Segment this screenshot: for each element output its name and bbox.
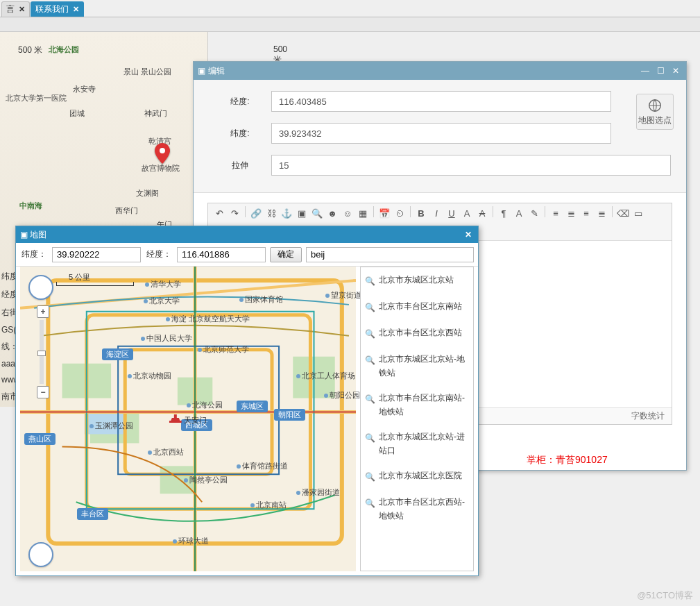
zoom-track[interactable] bbox=[40, 320, 44, 384]
zoom-in-button[interactable]: + bbox=[37, 305, 49, 318]
zoom-handle[interactable] bbox=[37, 351, 46, 356]
poi: 玉渊潭公园 bbox=[89, 421, 133, 431]
lat-field[interactable] bbox=[52, 247, 141, 262]
scale-label: 500 米 bbox=[18, 44, 42, 56]
image-icon[interactable]: ▣ bbox=[295, 206, 309, 220]
svg-point-0 bbox=[160, 148, 165, 153]
center-poi-label: 天安门 bbox=[184, 416, 207, 424]
map-label: 神武门 bbox=[144, 108, 167, 119]
map-label: 永安寺 bbox=[73, 84, 96, 94]
map-label: 中南海 bbox=[19, 201, 42, 211]
autocomplete-item[interactable]: 🔍北京市东城区北京站 bbox=[361, 267, 473, 294]
district-tag[interactable]: 东城区 bbox=[237, 401, 268, 412]
font-icon[interactable]: A bbox=[460, 206, 474, 220]
close-icon[interactable]: ✕ bbox=[73, 5, 79, 14]
app-icon[interactable]: ▦ bbox=[356, 206, 370, 220]
tab-inactive[interactable]: 言 ✕ bbox=[1, 1, 30, 17]
close-icon[interactable]: ✕ bbox=[19, 5, 25, 14]
map-canvas[interactable]: 5 公里 + − 海淀区 西城区 东城区 朝阳区 丰台区 燕山区 清华大学 北京… bbox=[20, 267, 356, 571]
window-icon: ▣ bbox=[198, 66, 205, 76]
align-right-icon[interactable]: ≡ bbox=[579, 206, 593, 220]
confirm-button[interactable]: 确定 bbox=[270, 247, 302, 262]
lat-field[interactable] bbox=[271, 123, 611, 144]
autocomplete-item[interactable]: 🔍北京市丰台区北京西站 bbox=[361, 320, 473, 346]
emoji-icon[interactable]: ☻ bbox=[325, 206, 339, 220]
autocomplete-label: 北京市丰台区北京西站-地铁站 bbox=[379, 495, 468, 523]
lng-field[interactable] bbox=[271, 91, 611, 112]
bold-icon[interactable]: B bbox=[414, 206, 428, 220]
textcolor-icon[interactable]: A bbox=[512, 206, 526, 220]
time-icon[interactable]: ⏲ bbox=[393, 206, 407, 220]
unlink-icon[interactable]: ⛓ bbox=[264, 206, 278, 220]
poi: 潘家园街道 bbox=[296, 487, 340, 498]
separator bbox=[493, 206, 493, 217]
map-pick-button[interactable]: 地图选点 bbox=[636, 94, 674, 130]
align-left-icon[interactable]: ≡ bbox=[549, 206, 563, 220]
search-icon: 🔍 bbox=[365, 496, 376, 510]
search-icon: 🔍 bbox=[365, 274, 376, 288]
fullscreen-icon[interactable]: ▭ bbox=[631, 206, 645, 220]
zoom-icon[interactable]: 🔍 bbox=[310, 206, 324, 220]
poi: 中国人民大学 bbox=[141, 333, 192, 344]
search-icon: 🔍 bbox=[365, 353, 376, 367]
poi: 北京工人体育场 bbox=[296, 371, 355, 381]
map-marker-icon bbox=[155, 143, 170, 166]
poi: 国家体育馆 bbox=[239, 294, 283, 305]
district-tag[interactable]: 朝阳区 bbox=[274, 409, 305, 421]
search-icon: 🔍 bbox=[365, 392, 376, 406]
separator bbox=[545, 206, 545, 217]
redo-icon[interactable]: ↷ bbox=[228, 206, 241, 220]
autocomplete-label: 北京市东城区北京站-地铁站 bbox=[379, 352, 468, 380]
underline-icon[interactable]: U bbox=[445, 206, 459, 220]
align-center-icon[interactable]: ≣ bbox=[564, 206, 578, 220]
search-input[interactable] bbox=[306, 247, 474, 262]
dialog-titlebar[interactable]: ▣ 编辑 — ☐ ✕ bbox=[194, 62, 686, 80]
anchor-icon[interactable]: ⚓ bbox=[280, 206, 293, 220]
link-icon[interactable]: 🔗 bbox=[249, 206, 263, 220]
autocomplete-item[interactable]: 🔍北京市丰台区北京南站 bbox=[361, 294, 473, 320]
dialog-titlebar[interactable]: ▣ 地图 ✕ bbox=[16, 226, 478, 243]
window-icon: ▣ bbox=[20, 230, 28, 239]
format-icon[interactable]: ¶ bbox=[497, 206, 511, 220]
highlight-icon[interactable]: ✎ bbox=[527, 206, 541, 220]
strike-icon[interactable]: A bbox=[475, 206, 489, 220]
district-tag[interactable]: 丰台区 bbox=[77, 508, 108, 520]
date-icon[interactable]: 📅 bbox=[377, 206, 391, 220]
lat-label: 纬度: bbox=[209, 128, 271, 140]
autocomplete-label: 北京市丰台区北京南站 bbox=[379, 299, 462, 313]
poi: 北海公园 bbox=[187, 400, 223, 410]
close-icon[interactable]: ✕ bbox=[669, 65, 682, 76]
smiley-icon[interactable]: ☺ bbox=[341, 206, 355, 220]
poi: 北京师范大学 bbox=[198, 344, 249, 355]
pan-control[interactable] bbox=[28, 542, 53, 567]
lng-field[interactable] bbox=[177, 247, 266, 262]
autocomplete-item[interactable]: 🔍北京市东城区北京站-地铁站 bbox=[361, 346, 473, 385]
autocomplete-item[interactable]: 🔍北京市丰台区北京南站-地铁站 bbox=[361, 385, 473, 424]
autocomplete-item[interactable]: 🔍北京市丰台区北京西站-地铁站 bbox=[361, 489, 473, 528]
lng-label: 经度: bbox=[209, 96, 271, 108]
autocomplete-item[interactable]: 🔍北京市东城区北京医院 bbox=[361, 463, 473, 489]
district-tag[interactable]: 海淀区 bbox=[102, 348, 133, 360]
word-count-link[interactable]: 字数统计 bbox=[631, 410, 665, 422]
zoom-control[interactable]: + − bbox=[37, 305, 46, 397]
district-tag[interactable]: 燕山区 bbox=[24, 433, 56, 445]
close-icon[interactable]: ✕ bbox=[463, 229, 474, 240]
search-icon: 🔍 bbox=[365, 301, 376, 314]
pan-control[interactable] bbox=[28, 275, 53, 300]
poi: 陶然亭公园 bbox=[184, 475, 228, 485]
autocomplete-item[interactable]: 🔍北京市东城区北京站-进站口 bbox=[361, 424, 473, 463]
align-justify-icon[interactable]: ≣ bbox=[595, 206, 608, 220]
zoom-out-button[interactable]: − bbox=[37, 386, 49, 398]
tab-active[interactable]: 联系我们 ✕ bbox=[31, 1, 84, 17]
zoom-field[interactable] bbox=[271, 155, 671, 176]
maximize-icon[interactable]: ☐ bbox=[654, 65, 667, 76]
undo-icon[interactable]: ↶ bbox=[212, 206, 226, 220]
eraser-icon[interactable]: ⌫ bbox=[616, 206, 630, 220]
separator bbox=[245, 206, 246, 217]
autocomplete-list: 🔍北京市东城区北京站🔍北京市丰台区北京南站🔍北京市丰台区北京西站🔍北京市东城区北… bbox=[360, 267, 474, 571]
minimize-icon[interactable]: — bbox=[639, 65, 651, 76]
search-icon: 🔍 bbox=[365, 470, 376, 484]
autocomplete-label: 北京市丰台区北京西站 bbox=[379, 326, 462, 339]
tab-label: 言 bbox=[6, 3, 15, 15]
italic-icon[interactable]: I bbox=[429, 206, 443, 220]
